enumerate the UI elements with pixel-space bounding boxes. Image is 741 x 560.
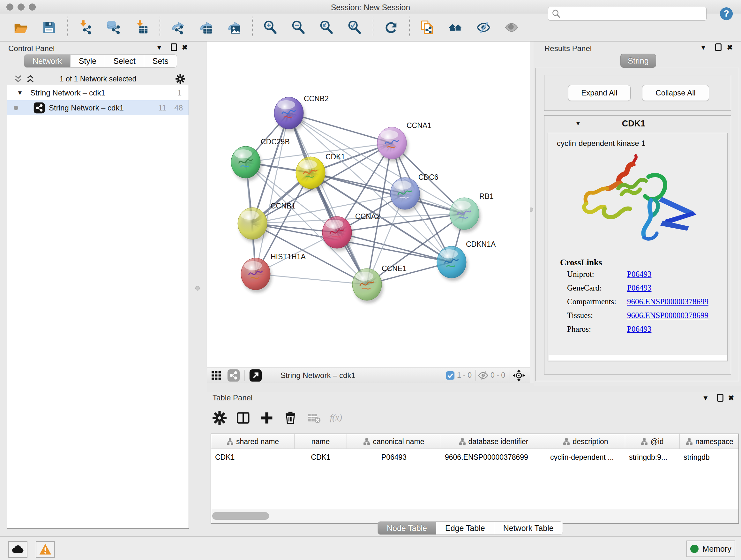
zoom-fit-icon[interactable] [319,19,334,36]
network-node-CCNE1[interactable]: CCNE1 [352,264,407,303]
hide-panels-eye-icon[interactable] [475,19,491,36]
share-view-icon[interactable] [227,369,240,382]
tab-edge-table[interactable]: Edge Table [436,521,494,535]
cell-shared-name[interactable]: CDK1 [211,451,294,463]
expand-all-button[interactable]: Expand All [568,85,630,101]
grid-view-icon[interactable] [210,369,223,382]
network-node-CCNB2[interactable]: CCNB2 [274,95,329,132]
cell-namespace[interactable]: stringdb [680,451,739,463]
tab-sets[interactable]: Sets [144,54,177,68]
results-panel-float-icon[interactable] [713,44,724,53]
tab-string[interactable]: String [620,54,656,68]
network-node-RB1[interactable]: RB1 [450,192,494,233]
table-gear-icon[interactable] [211,410,228,426]
network-node-CCNA2[interactable]: CCNA2 [322,212,380,251]
import-network-database-icon[interactable] [105,19,121,36]
refresh-icon[interactable] [383,19,399,36]
section-collapse-icon[interactable]: ▼ [575,120,581,127]
table-hscroll-thumb[interactable] [212,512,269,520]
network-node-CDC25B[interactable]: CDC25B [231,138,290,181]
export-image-icon[interactable] [226,19,242,36]
import-network-file-icon[interactable] [77,19,93,36]
column-header-name[interactable]: name [294,434,347,449]
memory-button[interactable]: Memory [686,541,735,557]
network-canvas[interactable]: CCNB2 CCNA1 CDC25B CDK1 CDC6 [207,42,530,367]
node-label-CCNB2: CCNB2 [304,95,329,103]
export-table-icon[interactable] [198,19,214,36]
protein-structure-image [568,150,708,255]
control-panel-float-icon[interactable] [169,44,179,53]
save-session-icon[interactable] [41,19,57,36]
column-header-namespace[interactable]: namespace [680,434,739,449]
crosslink-label: Pharos: [567,325,591,334]
column-header-canonical-name[interactable]: canonical name [347,434,441,449]
crosslinks-heading: CrossLinks [560,258,602,267]
table-hscrollbar[interactable] [211,509,738,523]
cloud-button[interactable] [8,541,27,558]
results-hscrollbar[interactable] [549,355,727,361]
selected-checkbox-icon[interactable] [446,371,455,380]
birdseye-icon[interactable] [513,369,525,382]
network-node-HIST1H1A[interactable]: HIST1H1A [241,253,306,293]
crosslink-link[interactable]: P06493 [627,270,651,279]
tab-select[interactable]: Select [105,54,144,68]
tab-node-table[interactable]: Node Table [378,521,436,535]
column-header--id[interactable]: @id [625,434,680,449]
node-count: 11 [158,104,166,112]
tree-expand-icon[interactable]: ▼ [17,89,23,97]
cell-database-identifier[interactable]: 9606.ENSP00000378699 [441,451,546,463]
delete-column-icon[interactable] [282,410,299,426]
tab-network-table[interactable]: Network Table [494,521,563,535]
search-input[interactable] [561,10,698,18]
collapse-all-button[interactable]: Collapse All [642,85,709,101]
node-label-CCNE1: CCNE1 [382,264,407,273]
control-panel-close-icon[interactable]: ✖ [179,44,190,52]
cell--id[interactable]: stringdb:9... [625,451,680,463]
node-label-CDKN1A: CDKN1A [466,240,496,248]
search-icon [551,9,561,18]
network-node-CDC6[interactable]: CDC6 [390,173,439,212]
zoom-in-icon[interactable] [262,19,278,36]
column-header-database-identifier[interactable]: database identifier [441,434,546,449]
search-box[interactable] [548,7,706,21]
warning-button[interactable] [36,541,55,558]
crosslink-link[interactable]: 9606.ENSP00000378699 [627,297,709,306]
open-file-icon[interactable] [13,19,29,36]
cell-name[interactable]: CDK1 [294,451,347,463]
crosslink-link[interactable]: 9606.ENSP00000378699 [627,311,709,320]
column-header-shared-name[interactable]: shared name [211,434,294,449]
crosslink-link[interactable]: P06493 [627,325,651,334]
cell-description[interactable]: cyclin-dependent ... [546,451,625,463]
network-node-CDKN1A[interactable]: CDKN1A [437,240,496,281]
add-column-icon[interactable] [259,410,275,426]
tab-style[interactable]: Style [71,54,105,68]
column-header-description[interactable]: description [546,434,625,449]
cell-canonical-name[interactable]: P06493 [347,451,441,463]
show-columns-icon[interactable] [235,410,252,426]
zoom-selected-icon[interactable] [347,19,362,36]
gear-icon[interactable] [176,74,185,84]
tab-network[interactable]: Network [24,54,71,68]
export-network-icon[interactable] [170,19,186,36]
results-panel-menu-icon[interactable]: ▼ [698,44,709,52]
status-bar: Memory [0,537,741,560]
help-button[interactable]: ? [719,6,734,21]
clone-network-icon[interactable] [419,19,435,36]
network-row-selected[interactable]: String Network – cdk1 11 48 [7,100,189,115]
network-node-CDK1[interactable]: CDK1 [296,152,345,192]
network-row-label: String Network – cdk1 [49,104,124,112]
crosslink-link[interactable]: P06493 [627,284,651,293]
network-node-CCNA1[interactable]: CCNA1 [377,121,431,162]
detach-view-icon[interactable] [249,369,262,382]
import-table-icon[interactable] [133,19,149,36]
network-collection-row[interactable]: ▼ String Network – cdk1 1 [7,85,189,100]
hidden-eye-icon[interactable] [478,370,488,381]
zoom-out-icon[interactable] [290,19,307,36]
network-overview-icon[interactable] [448,19,463,36]
table-panel-close-icon[interactable]: ✖ [726,394,737,402]
control-panel-menu-icon[interactable]: ▼ [154,44,165,52]
left-splitter-handle[interactable] [195,286,200,291]
table-panel-menu-icon[interactable]: ▼ [700,394,711,402]
results-panel-close-icon[interactable]: ✖ [724,44,735,52]
table-panel-float-icon[interactable] [715,394,726,403]
